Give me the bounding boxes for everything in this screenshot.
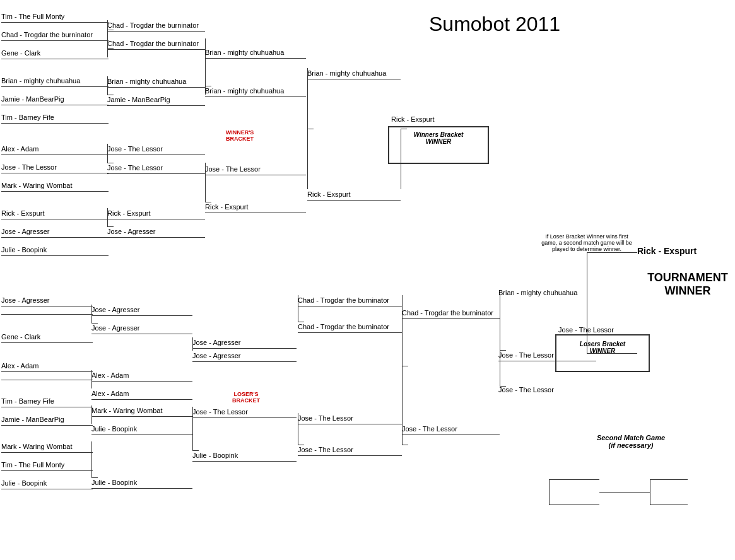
l-r4-4: Jose - The Lessor: [298, 445, 402, 456]
second-match-line-bottom: [549, 505, 599, 505]
tournament-title: Sumobot 2011: [429, 13, 560, 36]
l-r5-2: Jose - The Lessor: [402, 424, 500, 435]
w-r2-3: Brian - mighty chuhuahua: [107, 76, 205, 88]
w-r2-8: Jose - Agresser: [107, 226, 205, 238]
wc-h9: [307, 129, 314, 129]
losers-box-name: Jose - The Lessor: [558, 326, 614, 334]
l-r3-4: Julie - Boopink: [192, 450, 297, 462]
w-r2-5: Jose - The Lessor: [107, 144, 205, 155]
second-match-vert2: [650, 479, 650, 505]
l-r1-9: Tim - The Full Monty: [1, 460, 93, 471]
l-r4-2: Chad - Trogdar the burninator: [298, 322, 402, 333]
w-r3-2: Brian - mighty chuhuahua: [205, 86, 306, 97]
w-finalist: Rick - Exspurt: [391, 115, 434, 123]
wc-h5: [107, 95, 114, 95]
l-r2-5: Mark - Waring Wombat: [91, 405, 192, 417]
lc-v19: [298, 413, 298, 445]
lc-v17: [192, 407, 193, 450]
lc-v3: [192, 337, 193, 351]
second-match-line-top: [549, 479, 599, 480]
tournament-finalist: Rick - Exspurt: [637, 246, 697, 256]
lc-h23: [500, 386, 506, 387]
lc-v13: [91, 405, 92, 424]
wc-h13: [107, 226, 114, 227]
second-match-vert: [549, 479, 550, 505]
losers-bracket-winner: Losers BracketWINNER: [558, 341, 647, 354]
lc-v23: [500, 350, 500, 386]
w-r3-3: Jose - The Lessor: [205, 164, 306, 175]
l-finalist-bottom: Jose - The Lessor: [498, 386, 554, 394]
losers-bracket-label: LOSER'SBRACKET: [215, 391, 278, 404]
wc-h17: [401, 129, 407, 129]
w-r2-6: Jose - The Lessor: [107, 163, 205, 174]
lc-h7: [402, 366, 408, 366]
l-r2-6: Julie - Boopink: [91, 424, 192, 435]
wc-v4: [205, 76, 206, 95]
l-r5-1: Chad - Trogdar the burninator: [402, 308, 500, 319]
lc-h21: [402, 445, 408, 445]
l-r2-4: Alex - Adam: [91, 388, 192, 400]
lc-v5: [298, 295, 298, 322]
w-r1-6: Jamie - ManBearPig: [1, 94, 109, 105]
lc-h9: [500, 350, 506, 351]
w-r1-14: Jose - Agresser: [1, 226, 109, 238]
lc-v1: [91, 305, 92, 323]
lc-v15: [91, 441, 92, 477]
w-r1-1: Tim - The Full Monty: [1, 11, 109, 23]
l-r1-5: [1, 379, 93, 380]
w-r4-2: Rick - Exspurt: [307, 189, 401, 201]
w-r3-4: Rick - Exspurt: [205, 202, 306, 213]
l-finalist-top: Brian - mighty chuhuahua: [498, 289, 577, 296]
l-r1-8: Mark - Waring Wombat: [1, 441, 93, 453]
l-r1-2: [1, 313, 93, 315]
w-r1-11: Mark - Waring Wombat: [1, 180, 109, 192]
wc-v15: [205, 163, 206, 202]
l-r1-1: Jose - Agresser: [1, 295, 93, 306]
wc-h2: [107, 48, 114, 49]
lc-v11: [91, 370, 92, 388]
lc-h5: [298, 322, 304, 322]
w-r1-3: Gene - Clark: [1, 48, 109, 59]
final-connector-bottom: [587, 353, 637, 354]
wc-v13: [107, 208, 108, 226]
w-r2-2: Chad - Trogdar the burninator: [107, 38, 205, 50]
wc-v17: [401, 129, 401, 189]
final-connector-top: [587, 252, 637, 253]
w-r2-7: Rick - Exspurt: [107, 208, 205, 219]
w-r3-1: Brian - mighty chuhuahua: [205, 47, 306, 59]
w-r1-2: Chad - Trogdar the burninator: [1, 30, 109, 41]
l-r2-7: Julie - Boopink: [91, 477, 192, 489]
second-match-result3: [650, 505, 688, 505]
l-r3-3: Jose - The Lessor: [192, 407, 297, 418]
wc-h15: [205, 202, 211, 202]
l-r1-4: Alex - Adam: [1, 361, 93, 372]
l-r1-3: Gene - Clark: [1, 332, 93, 343]
wc-h3: [205, 86, 211, 86]
l-r1-6: Tim - Barney Fife: [1, 396, 93, 407]
lc-v7: [402, 295, 403, 421]
final-connector-vert: [587, 252, 587, 353]
winners-bracket-label: WINNER'SBRACKET: [208, 129, 271, 142]
w-r1-7: Tim - Barney Fife: [1, 112, 109, 124]
l-r3-2: Jose - Agresser: [192, 351, 297, 362]
lc-h19: [298, 445, 304, 445]
l-r4-3: Jose - The Lessor: [298, 413, 402, 424]
lc-h17: [192, 450, 199, 451]
l-r1-10: Julie - Boopink: [1, 478, 93, 489]
lc-v21: [402, 413, 403, 445]
lc-v9: [500, 295, 500, 350]
w-r1-10: Jose - The Lessor: [1, 162, 109, 173]
w-r4-1: Brian - mighty chuhuahua: [307, 68, 401, 79]
l-r1-7: Jamie - ManBearPig: [1, 414, 93, 426]
w-r1-5: Brian - mighty chuhuahua: [1, 76, 109, 87]
winners-bracket-winner: Winners BracketWINNER: [391, 131, 486, 145]
tournament-winner-label: TOURNAMENTWINNER: [644, 271, 732, 298]
wc-v11: [107, 144, 108, 163]
w-r1-9: Alex - Adam: [1, 144, 109, 155]
lc-h1: [91, 323, 98, 324]
w-r1-13: Rick - Exspurt: [1, 208, 109, 219]
wc-h1: [107, 30, 114, 30]
l-r4-1: Chad - Trogdar the burninator: [298, 295, 402, 306]
second-match-result2: [650, 479, 688, 480]
w-r2-4: Jamie - ManBearPig: [107, 95, 205, 106]
